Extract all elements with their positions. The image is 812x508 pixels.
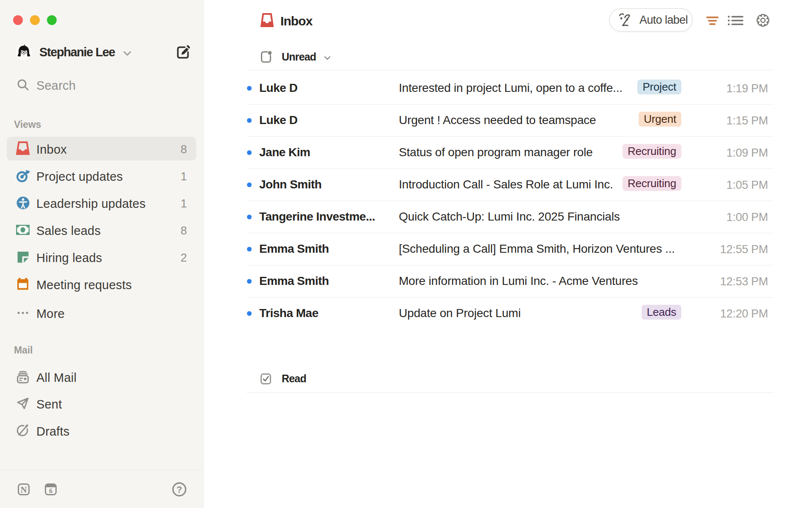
svg-text:6: 6 [49, 487, 52, 494]
svg-text:?: ? [176, 484, 182, 495]
svg-text:N: N [20, 485, 27, 495]
